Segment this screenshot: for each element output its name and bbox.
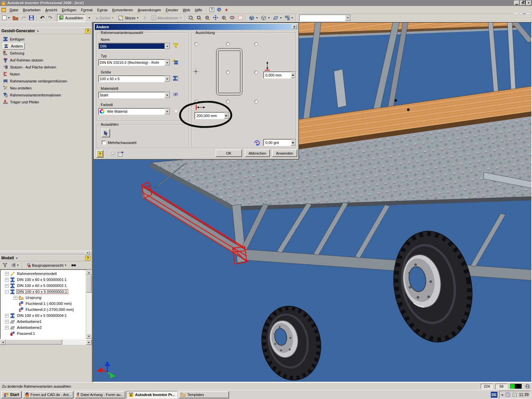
ok-button[interactable]: OK [215,149,242,157]
generator-panel-header[interactable]: Gestell-Generator ▼ ? [0,28,92,34]
pan-icon[interactable] [211,14,220,22]
dialog-help-button[interactable]: ? [96,150,103,158]
shaded-display-button[interactable]: ▼ [247,14,259,22]
menu-ansicht[interactable]: Ansicht [43,7,60,13]
lightning-icon[interactable] [141,14,149,22]
redo-button[interactable]: ↷ [46,14,54,22]
help-topics-icon[interactable]: ? [208,7,215,13]
scroll-up-icon[interactable]: ▲ [86,270,92,275]
tree-horizontal-scrollbar[interactable]: ◄ ► [0,339,92,345]
tree-row[interactable]: Fluchtend:1 (-600,000 mm) [0,301,91,307]
apply-button[interactable]: Anwenden [272,149,297,157]
expander-icon[interactable]: + [14,296,17,300]
scroll-down-icon[interactable]: ▼ [86,333,92,339]
orientation-radio-middle-right[interactable] [254,70,258,74]
generator-item-traeger-pfeiler[interactable]: Träger und Pfeiler [0,98,92,105]
model-tree[interactable]: + Rahmenreferenzmodell + DIN 100 x 60 x … [0,269,92,339]
mehrfachauswahl-checkbox[interactable] [102,141,106,145]
projection-button[interactable]: ▼ [283,14,295,22]
menu-format[interactable]: Format [78,7,95,13]
expander-icon[interactable]: + [5,320,9,324]
tree-row[interactable]: Passend:1 [0,331,91,336]
filter-icon[interactable] [1,262,9,269]
zoom-window-icon[interactable] [195,14,203,22]
orientation-radio-top-right[interactable] [254,42,258,46]
search-icon[interactable] [70,262,78,269]
tray-clock-app-icon[interactable] [505,392,510,397]
menu-einfuegen[interactable]: Einfügen [60,7,78,13]
open-file-button[interactable] [11,14,20,22]
tree-row[interactable]: + Rahmenreferenzmodell [0,271,91,277]
orientation-radio-top-center[interactable] [226,42,230,46]
scroll-left-icon[interactable]: ◄ [0,339,6,345]
scrollbar-thumb[interactable] [6,339,62,344]
dialog-title-bar[interactable]: Ändern × [95,24,298,30]
generator-item-einfuegen[interactable]: Einfügen [0,36,92,43]
tree-row[interactable]: + DIN 100 x 60 x 5 00000002:1 [0,283,91,289]
close-panel-icon[interactable]: × [85,251,90,255]
undo-button[interactable]: ↶ [38,14,46,22]
chevron-down-icon[interactable]: ▼ [16,257,18,259]
flyout-arrow-icon[interactable]: ▶ [224,112,229,119]
tree-options-icon[interactable]: ▼ [10,262,20,269]
restore-button[interactable] [520,1,525,5]
flyout-arrow-icon[interactable]: ▶ [291,72,296,78]
norm-combo[interactable]: DIN ▼ [98,43,170,50]
menu-fenster[interactable]: Fenster [163,7,180,13]
materialstil-combo[interactable]: Stahl ▼ [98,92,170,98]
menu-anwendungen[interactable]: Anwendungen [135,7,163,13]
generator-item-gehrung[interactable]: Gehrung [0,50,92,57]
combo-dropdown-icon[interactable]: ▼ [165,43,170,49]
menu-extras[interactable]: Extras [95,7,110,13]
filter-icon[interactable] [173,43,178,48]
tray-notes-icon[interactable] [512,392,517,397]
orientation-radio-bottom-right[interactable] [254,100,258,103]
rotate-view-icon[interactable] [228,14,236,22]
expander-icon[interactable]: + [5,326,9,330]
menu-bearbeiten[interactable]: Bearbeiten [21,7,43,13]
update-button[interactable]: Aktualisieren ▼ [149,14,184,22]
taskbar-task-firefox-1[interactable]: Foren auf CAD.de - Ant... [23,391,73,398]
vertical-offset-field[interactable]: 0,000 mm ▶ [263,71,296,78]
tree-row[interactable]: + DIN 100 x 60 x 5 00000001:1 [0,277,91,283]
generator-item-nuten[interactable]: Nuten [0,70,92,77]
modell-panel-header[interactable]: Modell ▼ ? [0,255,92,261]
generator-item-aendern[interactable]: Ändern [0,43,92,50]
combo-dropdown-icon[interactable]: ▼ [345,15,350,21]
panel-splitter[interactable]: × [0,251,92,255]
typ-combo[interactable]: DIN EN 10210-2 (Rechteckig) - Rohr ▼ [98,59,170,66]
zoom-selected-icon[interactable] [220,14,228,22]
panel-help-icon[interactable]: ? [85,256,90,261]
tree-row[interactable]: + Arbeitsebene1 [0,319,91,325]
apply-immediately-checkbox[interactable] [111,152,116,157]
farbstil-combo[interactable]: Wie Material ▼ [98,108,170,115]
assembly-view-selector[interactable]: Baugruppenansicht ▼ [24,262,69,269]
combo-dropdown-icon[interactable]: ▼ [165,76,170,82]
select-arrow-button[interactable] [101,129,110,137]
expander-icon[interactable]: + [5,278,9,282]
back-button[interactable]: « Zurück ▼ [93,14,116,22]
quick-search-combo[interactable]: ▼ [299,15,351,21]
panel-help-icon[interactable]: ? [85,29,90,34]
menu-konvertieren[interactable]: Konvertieren [110,7,135,13]
generator-item-neu-erstellen[interactable]: Neu erstellen [0,84,92,91]
look-at-icon[interactable] [236,14,245,22]
language-indicator[interactable]: DE [491,392,497,398]
tree-row[interactable]: + Arbeitsebene2 [0,325,91,331]
zoom-all-icon[interactable] [187,14,195,22]
generator-item-stutzen-dehnen[interactable]: Stutzen - Auf Fläche dehnen [0,64,92,70]
camera-view-button[interactable]: ▼ [259,14,271,22]
horizontal-offset-field[interactable]: 200,000 mm ▶ [195,112,229,119]
tree-row-selected[interactable]: - DIN 100 x 60 x 5 00000003:1 [0,289,91,295]
rotation-field[interactable]: 0,00 grd ▶ [263,139,296,146]
taskbar-task-inventor[interactable]: Autodesk Inventor Pr... [127,391,177,398]
combo-dropdown-icon[interactable]: ▼ [165,60,170,66]
tree-row[interactable]: Fluchtend:2 (-2700,000 mm) [0,307,91,313]
select-tool-button[interactable]: Auswählen [57,14,85,22]
taskbar-task-templates[interactable]: Templates [179,391,229,398]
orientation-radio-bottom-center[interactable] [226,100,230,103]
generator-item-informationen[interactable]: Rahmenvarianteninformationen [0,91,92,98]
tree-row[interactable]: + Ursprung [0,295,91,301]
select-dropdown[interactable]: ▼ [85,14,93,22]
cancel-button[interactable]: Abbrechen [245,149,270,157]
